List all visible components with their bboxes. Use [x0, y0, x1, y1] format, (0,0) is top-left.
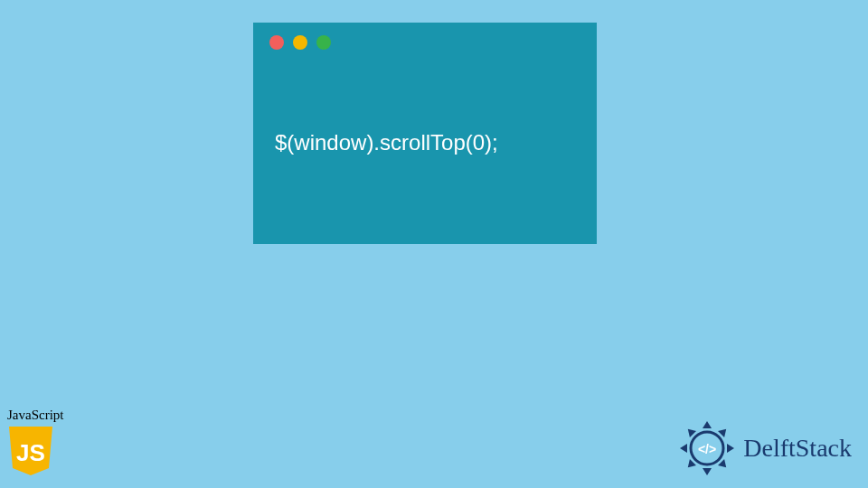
brand: </> DelftStack [678, 419, 852, 477]
code-line: $(window).scrollTop(0); [253, 62, 597, 155]
close-dot-icon [269, 35, 284, 50]
svg-text:JS: JS [16, 439, 45, 466]
window-dots [253, 23, 597, 62]
javascript-shield-icon: JS [7, 425, 54, 477]
javascript-label: JavaScript [7, 408, 71, 423]
brand-logo-icon: </> [678, 419, 736, 477]
svg-text:</>: </> [698, 442, 716, 456]
brand-name: DelftStack [743, 434, 852, 463]
code-window: $(window).scrollTop(0); [253, 23, 597, 244]
minimize-dot-icon [293, 35, 307, 50]
zoom-dot-icon [316, 35, 331, 50]
javascript-badge: JavaScript JS [7, 408, 71, 481]
